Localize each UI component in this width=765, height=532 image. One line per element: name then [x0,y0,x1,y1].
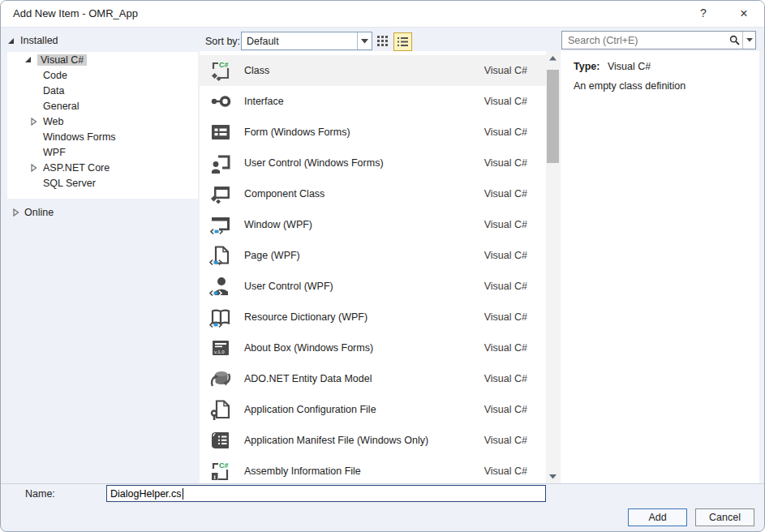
sort-by-label: Sort by: [205,36,240,47]
item-label: Class [244,65,484,76]
search-box [561,31,756,49]
svg-text:i: i [214,474,216,481]
tree-item-sql-server[interactable]: SQL Server [7,175,198,191]
item-label: Application Manifest File (Windows Only) [244,435,484,446]
tree-item-label: WPF [43,147,66,158]
wpf-resource-dictionary-icon [208,305,233,329]
item-category: Visual C# [484,127,527,138]
item-category: Visual C# [484,250,527,261]
list-item-class[interactable]: C# Class Visual C# [200,55,546,86]
title-bar: Add New Item - OMR_App ? × [1,1,764,28]
list-item-form-windows-forms[interactable]: Form (Windows Forms) Visual C# [200,117,546,148]
name-label: Name: [25,488,55,500]
list-view-icon [398,36,408,47]
tree-item-label: Web [43,116,63,127]
item-label: Interface [244,96,484,107]
type-value: Visual C# [608,61,651,72]
template-list: C# Class Visual C# Interface Visual C# F… [200,51,546,483]
winforms-usercontrol-icon [208,151,233,175]
item-label: User Control (Windows Forms) [244,157,484,169]
add-new-item-dialog: Add New Item - OMR_App ? × Installed Sor… [0,0,765,532]
item-label: ADO.NET Entity Data Model [244,373,484,384]
close-button[interactable]: × [728,1,760,26]
item-label: Resource Dictionary (WPF) [244,311,484,323]
tree-item-visual-csharp[interactable]: Visual C# [7,52,198,67]
app-config-icon [208,397,233,422]
chevron-down-icon[interactable] [357,32,372,49]
cancel-button[interactable]: Cancel [695,508,754,526]
item-category: Visual C# [484,96,527,107]
help-button[interactable]: ? [687,1,720,26]
tree-item-label: Visual C# [37,54,87,66]
installed-header[interactable]: Installed [7,33,58,48]
list-item-app-manifest-file[interactable]: Application Manifest File (Windows Only)… [200,425,546,456]
search-options-chevron-icon[interactable] [743,38,755,42]
name-value: DialogHelper.cs [110,488,182,500]
list-view-button[interactable] [393,32,412,51]
item-category: Visual C# [484,342,527,354]
list-item-usercontrol-windows-forms[interactable]: User Control (Windows Forms) Visual C# [200,148,546,178]
list-item-resource-dictionary-wpf[interactable]: Resource Dictionary (WPF) Visual C# [200,302,546,332]
svg-text:C#: C# [219,461,229,470]
item-category: Visual C# [484,373,527,384]
expanded-triangle-icon [24,56,32,63]
list-item-app-config-file[interactable]: Application Configuration File Visual C# [200,394,546,425]
sort-by-dropdown[interactable]: Default [241,32,372,50]
app-manifest-icon [208,428,233,453]
item-label: Application Configuration File [244,404,484,415]
list-item-interface[interactable]: Interface Visual C# [200,86,546,117]
tree-item-label: SQL Server [43,178,96,189]
sort-by-value: Default [242,36,357,47]
tree-item-wpf[interactable]: WPF [7,144,198,160]
search-icon[interactable] [726,35,742,45]
item-category: Visual C# [484,219,527,230]
tree-item-label: ASP.NET Core [43,162,110,174]
item-details-panel: Type: Visual C# An empty class definitio… [561,51,759,483]
small-icons-view-button[interactable] [374,32,391,49]
scroll-up-icon[interactable] [546,51,560,65]
installed-label: Installed [20,35,58,46]
tree-item-label: Online [24,207,54,218]
list-item-window-wpf[interactable]: Window (WPF) Visual C# [200,209,546,240]
component-class-icon [208,182,233,206]
item-category: Visual C# [484,188,527,200]
tree-item-web[interactable]: Web [7,114,198,129]
item-category: Visual C# [484,157,527,169]
assembly-info-icon: C# i [208,459,233,483]
item-label: About Box (Windows Forms) [244,342,484,354]
list-item-assembly-info-file[interactable]: C# i Assembly Information File Visual C# [200,456,546,483]
scroll-down-icon[interactable] [546,470,560,483]
item-label: User Control (WPF) [244,281,484,292]
tree-item-general[interactable]: General [7,98,198,114]
item-label: Component Class [244,188,484,200]
item-category: Visual C# [484,404,527,415]
add-button[interactable]: Add [628,508,687,526]
scrollbar-thumb[interactable] [547,70,559,163]
item-label: Page (WPF) [244,250,484,261]
search-input[interactable] [562,35,726,46]
tree-item-aspnet-core[interactable]: ASP.NET Core [7,160,198,175]
item-category: Visual C# [484,435,527,446]
tree-item-online[interactable]: Online [7,204,198,220]
list-item-ado-entity-data-model[interactable]: ADO.NET Entity Data Model Visual C# [200,363,546,394]
text-caret [183,488,183,500]
list-item-about-box[interactable]: v.1.0 About Box (Windows Forms) Visual C… [200,332,546,363]
item-label: Window (WPF) [244,219,484,230]
list-item-page-wpf[interactable]: Page (WPF) Visual C# [200,240,546,271]
csharp-class-icon: C# [208,58,233,83]
list-item-component-class[interactable]: Component Class Visual C# [200,178,546,209]
tree-item-code[interactable]: Code [7,67,198,83]
item-description: An empty class definition [574,80,685,92]
about-box-icon: v.1.0 [208,336,233,360]
tree-item-data[interactable]: Data [7,83,198,98]
list-scrollbar[interactable] [546,51,560,483]
tree-item-label: Data [43,85,64,97]
name-input[interactable]: DialogHelper.cs [106,485,546,502]
interface-icon [208,89,233,114]
collapsed-triangle-icon [12,208,19,217]
divider [1,483,764,484]
item-category: Visual C# [484,65,527,76]
type-label: Type: [574,61,600,72]
tree-item-windows-forms[interactable]: Windows Forms [7,129,198,144]
list-item-usercontrol-wpf[interactable]: User Control (WPF) Visual C# [200,271,546,302]
